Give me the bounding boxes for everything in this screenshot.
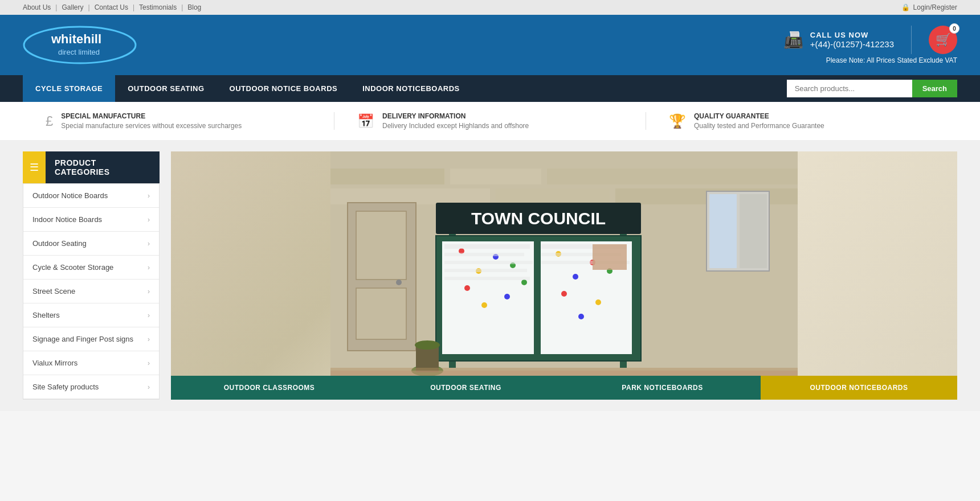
sidebar-title: PRODUCT CATEGORIES [55, 158, 150, 176]
chevron-right-icon: › [148, 335, 150, 343]
carousel-tab-park-noticeboards[interactable]: PARK NOTICEBOARDS [564, 376, 761, 400]
call-text: CALL US NOW +(44)-(01257)-412233 [810, 31, 894, 49]
info-desc-2: Delivery Included except Highlands and o… [382, 122, 529, 130]
info-special-manufacture: £ SPECIAL MANUFACTURE Special manufactur… [23, 112, 334, 130]
info-desc-1: Special manufacture services without exc… [61, 122, 242, 130]
nav-outdoor-seating[interactable]: OUTDOOR SEATING [115, 75, 217, 102]
sidebar-item-label: Site Safety products [32, 383, 99, 391]
carousel-tab-outdoor-classrooms[interactable]: OUTDOOR CLASSROOMS [171, 376, 368, 400]
svg-rect-43 [444, 261, 533, 264]
login-link[interactable]: Login/Register [913, 3, 957, 11]
sidebar-item-outdoor-notice-boards[interactable]: Outdoor Notice Boards › [23, 184, 159, 208]
info-desc-3: Quality tested and Performance Guarantee [694, 122, 824, 130]
chevron-right-icon: › [148, 240, 150, 248]
svg-point-39 [595, 299, 601, 305]
svg-point-14 [396, 280, 402, 285]
call-block: 📠 CALL US NOW +(44)-(01257)-412233 [783, 31, 894, 50]
chevron-right-icon: › [148, 264, 150, 272]
pound-icon: £ [46, 113, 53, 129]
nav-indoor-noticeboards[interactable]: INDOOR NOTICEBOARDS [350, 75, 472, 102]
info-delivery: 📅 DELIVERY INFORMATION Delivery Included… [334, 112, 646, 130]
header-right: 📠 CALL US NOW +(44)-(01257)-412233 🛒 0 [783, 26, 957, 54]
svg-rect-8 [330, 188, 490, 204]
svg-rect-13 [356, 288, 406, 339]
sidebar-header-wrap: ☰ PRODUCT CATEGORIES [23, 151, 160, 183]
hero-scene: TOWN COUNCIL [171, 151, 957, 391]
main-nav: CYCLE STORAGE OUTDOOR SEATING OUTDOOR NO… [0, 75, 980, 102]
carousel-tab-outdoor-noticeboards[interactable]: OUTDOOR NOTICEBOARDS [761, 376, 957, 400]
header: whitehill direct limited 📠 CALL US NOW +… [0, 15, 980, 75]
nav-gallery[interactable]: Gallery [62, 3, 83, 11]
sidebar-item-site-safety[interactable]: Site Safety products › [23, 375, 159, 399]
sidebar-item-label: Shelters [32, 311, 60, 319]
nav-outdoor-notice-boards[interactable]: OUTDOOR NOTICE BOARDS [217, 75, 350, 102]
sidebar-item-label: Outdoor Seating [32, 239, 87, 248]
top-bar: About Us | Gallery | Contact Us | Testim… [0, 0, 980, 15]
svg-rect-7 [547, 169, 798, 184]
svg-point-33 [521, 280, 527, 285]
menu-icon: ☰ [30, 161, 39, 174]
search-input[interactable] [787, 80, 912, 97]
svg-text:whitehill: whitehill [51, 32, 101, 46]
svg-rect-17 [740, 194, 767, 268]
main-content: ☰ PRODUCT CATEGORIES Outdoor Notice Boar… [0, 140, 980, 411]
nav-cycle-storage[interactable]: CYCLE STORAGE [23, 75, 115, 102]
svg-point-52 [415, 340, 440, 350]
sidebar-item-cycle-scooter-storage[interactable]: Cycle & Scooter Storage › [23, 256, 159, 280]
phone-icon: 📠 [783, 31, 803, 50]
top-bar-right: 🔒 Login/Register [901, 3, 957, 11]
chevron-right-icon: › [148, 311, 150, 319]
logo-area: whitehill direct limited [23, 25, 137, 65]
sidebar-item-indoor-notice-boards[interactable]: Indoor Notice Boards › [23, 208, 159, 232]
chevron-right-icon: › [148, 192, 150, 200]
info-title-1: SPECIAL MANUFACTURE [61, 112, 242, 120]
info-title-2: DELIVERY INFORMATION [382, 112, 529, 120]
svg-rect-49 [593, 244, 627, 270]
svg-rect-41 [444, 244, 530, 249]
search-area: Search [787, 80, 957, 97]
hero-area: TOWN COUNCIL [171, 151, 957, 400]
sidebar-item-label: Indoor Notice Boards [32, 215, 102, 224]
chevron-right-icon: › [148, 288, 150, 295]
divider [911, 26, 912, 54]
svg-rect-6 [450, 169, 541, 184]
nav-contact[interactable]: Contact Us [95, 3, 128, 11]
sidebar: ☰ PRODUCT CATEGORIES Outdoor Notice Boar… [23, 151, 160, 400]
svg-point-40 [578, 314, 584, 319]
svg-rect-42 [444, 253, 524, 256]
sidebar-header: PRODUCT CATEGORIES [46, 151, 160, 183]
call-number: +(44)-(01257)-412233 [810, 39, 894, 49]
svg-point-30 [464, 285, 470, 291]
cart-badge: 0 [949, 23, 959, 34]
svg-point-32 [481, 302, 487, 308]
svg-point-38 [561, 291, 567, 297]
sidebar-item-label: Outdoor Notice Boards [32, 191, 108, 200]
sidebar-item-label: Signage and Finger Post signs [32, 335, 133, 343]
chevron-right-icon: › [148, 383, 150, 391]
chevron-right-icon: › [148, 359, 150, 367]
svg-rect-9 [496, 188, 610, 204]
sidebar-item-street-scene[interactable]: Street Scene › [23, 280, 159, 303]
sidebar-item-vialux-mirrors[interactable]: Vialux Mirrors › [23, 351, 159, 375]
sidebar-item-label: Street Scene [32, 287, 75, 295]
carousel-tabs: OUTDOOR CLASSROOMS OUTDOOR SEATING PARK … [171, 376, 957, 400]
call-label: CALL US NOW [810, 31, 894, 39]
nav-about[interactable]: About Us [23, 3, 51, 11]
cart-icon: 🛒 [936, 32, 951, 47]
svg-point-36 [573, 274, 578, 280]
sidebar-item-shelters[interactable]: Shelters › [23, 303, 159, 327]
cart-button[interactable]: 🛒 0 [929, 26, 957, 54]
vat-note: Please Note: All Prices Stated Exclude V… [826, 56, 957, 64]
info-quality: 🏆 QUALITY GUARANTEE Quality tested and P… [646, 112, 957, 130]
svg-rect-12 [356, 211, 406, 280]
carousel-tab-outdoor-seating[interactable]: OUTDOOR SEATING [368, 376, 564, 400]
sidebar-icon-bg: ☰ [23, 151, 46, 183]
sidebar-item-label: Cycle & Scooter Storage [32, 263, 113, 272]
sidebar-item-outdoor-seating[interactable]: Outdoor Seating › [23, 232, 159, 256]
nav-testimonials[interactable]: Testimonials [139, 3, 177, 11]
svg-rect-45 [444, 277, 530, 280]
nav-blog[interactable]: Blog [187, 3, 201, 11]
sidebar-item-signage[interactable]: Signage and Finger Post signs › [23, 327, 159, 351]
search-button[interactable]: Search [912, 80, 957, 97]
info-title-3: QUALITY GUARANTEE [694, 112, 824, 120]
